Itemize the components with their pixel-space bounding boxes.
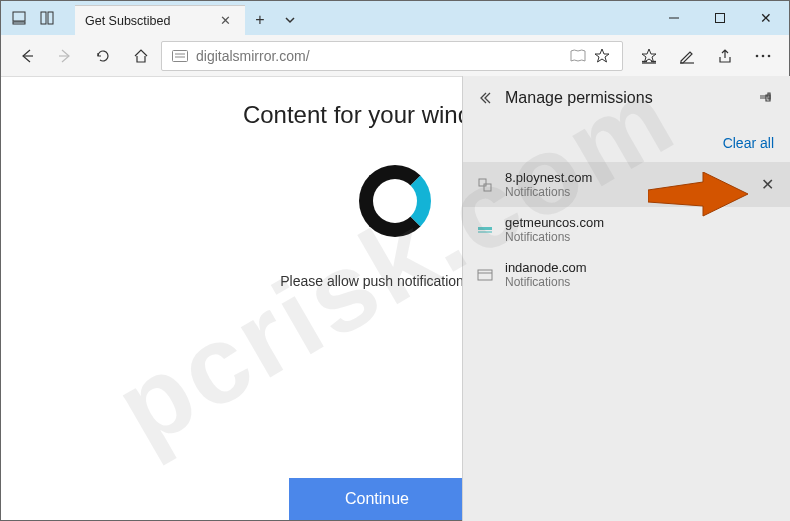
site-icon [475,269,495,281]
close-window-button[interactable]: ✕ [743,1,789,35]
permission-domain: indanode.com [505,260,587,275]
svg-rect-5 [716,14,725,23]
permission-domain: getmeuncos.com [505,215,604,230]
home-button[interactable] [123,38,159,74]
svg-point-17 [768,54,771,57]
permission-type: Notifications [505,230,604,244]
tab-dropdown-button[interactable] [275,5,305,35]
share-button[interactable] [707,38,743,74]
tab-preview-button[interactable] [5,1,33,35]
continue-button[interactable]: Continue [289,478,465,520]
reading-view-icon[interactable] [566,49,590,63]
site-icon [475,225,495,235]
refresh-button[interactable] [85,38,121,74]
title-bar: Get Subsctibed ✕ + ✕ [1,1,789,35]
permissions-panel: Manage permissions Clear all 8.ploynest.… [462,76,790,521]
svg-rect-0 [13,12,25,21]
permission-type: Notifications [505,185,592,199]
clear-all-link[interactable]: Clear all [723,135,774,151]
set-aside-button[interactable] [33,1,61,35]
url-input[interactable]: digitalsmirror.com/ [161,41,623,71]
loading-spinner-icon [359,165,431,237]
back-button[interactable] [9,38,45,74]
svg-point-15 [756,54,759,57]
url-text: digitalsmirror.com/ [190,48,566,64]
svg-point-16 [762,54,765,57]
arrow-annotation-icon [648,172,748,232]
pin-panel-button[interactable] [752,90,780,106]
svg-marker-25 [648,172,748,216]
remove-permission-button[interactable]: ✕ [756,174,778,196]
svg-rect-19 [479,179,486,186]
svg-rect-8 [173,50,188,61]
notes-button[interactable] [669,38,705,74]
address-bar: digitalsmirror.com/ [1,35,789,77]
permission-item[interactable]: indanode.com Notifications [463,252,790,297]
settings-menu-button[interactable] [745,38,781,74]
tab-title: Get Subsctibed [85,14,170,28]
svg-rect-21 [478,227,492,230]
forward-button[interactable] [47,38,83,74]
new-tab-button[interactable]: + [245,5,275,35]
panel-title: Manage permissions [501,89,653,107]
svg-rect-2 [41,12,46,24]
panel-back-button[interactable] [473,90,501,106]
svg-rect-3 [48,12,53,24]
minimize-button[interactable] [651,1,697,35]
permission-type: Notifications [505,275,587,289]
browser-tab[interactable]: Get Subsctibed ✕ [75,5,245,35]
keyboard-icon [170,50,190,62]
favorite-icon[interactable] [590,48,614,64]
close-tab-button[interactable]: ✕ [216,13,235,28]
svg-rect-23 [478,270,492,280]
svg-rect-1 [13,22,25,24]
svg-rect-20 [484,184,491,191]
favorites-button[interactable] [631,38,667,74]
maximize-button[interactable] [697,1,743,35]
permission-domain: 8.ploynest.com [505,170,592,185]
site-icon [475,177,495,193]
svg-rect-22 [478,231,492,233]
